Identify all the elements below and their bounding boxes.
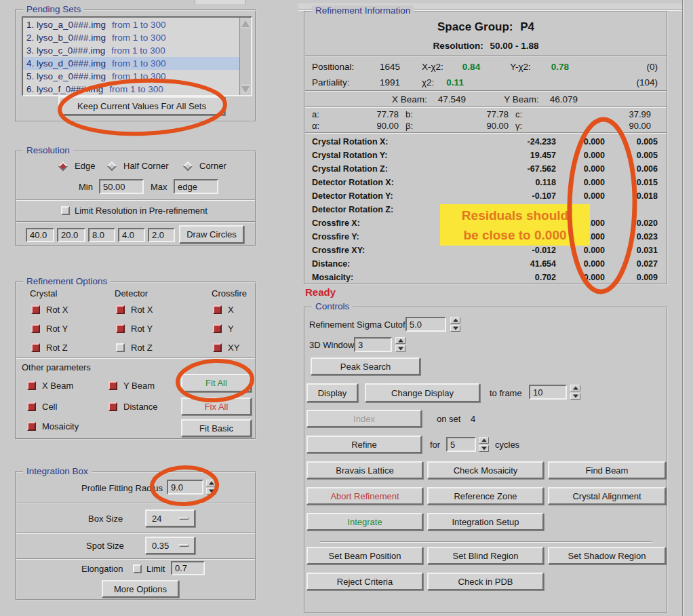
x-beam-checkbox[interactable] — [27, 381, 36, 390]
circle-5-input[interactable] — [148, 228, 175, 242]
refinement-information-title: Refinement Information — [312, 5, 414, 16]
check-mosaicity-button[interactable]: Check Mosaicity — [427, 461, 544, 479]
scroll-down-icon[interactable] — [241, 84, 250, 94]
detector-rot-y-checkbox[interactable] — [116, 324, 125, 333]
list-item[interactable]: 3. lyso_c_0###.imgfrom 1 to 300 — [23, 44, 239, 57]
spin-up-icon[interactable] — [395, 337, 405, 344]
positional-label: Positional: — [312, 62, 369, 72]
reject-criteria-button[interactable]: Reject Criteria — [306, 573, 423, 590]
limit-resolution-checkbox[interactable] — [61, 206, 70, 215]
draw-circles-button[interactable]: Draw Circles — [179, 225, 244, 244]
profile-radius-spinner[interactable] — [206, 480, 216, 495]
circle-2-input[interactable] — [57, 228, 85, 242]
crystal-alignment-button[interactable]: Crystal Alignment — [548, 487, 666, 505]
crossfire-y-checkbox[interactable] — [213, 324, 222, 333]
list-item[interactable]: 6. lyso_f_0###.imgfrom 1 to 300 — [23, 83, 239, 95]
elongation-limit-input[interactable] — [171, 561, 205, 575]
half-corner-radio[interactable] — [107, 161, 117, 171]
list-item[interactable]: 2. lyso_b_0###.imgfrom 1 to 300 — [23, 31, 239, 44]
refinement-options-title: Refinement Options — [23, 276, 111, 286]
abort-refinement-button[interactable]: Abort Refinement — [306, 487, 423, 505]
more-options-button[interactable]: More Options — [102, 580, 179, 598]
3d-window-spinner[interactable] — [395, 337, 405, 352]
spin-up-icon[interactable] — [450, 317, 460, 324]
to-frame-input[interactable] — [529, 385, 567, 400]
cycles-spinner[interactable] — [479, 437, 489, 452]
pending-sets-list[interactable]: 1. lyso_a_0###.imgfrom 1 to 300 2. lyso_… — [22, 16, 252, 96]
3d-window-label: 3D Window — [309, 340, 354, 350]
param-sigma: 0.031 — [605, 246, 658, 255]
cell-checkbox[interactable] — [27, 402, 36, 411]
list-item[interactable]: 1. lyso_a_0###.imgfrom 1 to 300 — [23, 18, 239, 31]
spin-down-icon[interactable] — [479, 445, 489, 452]
cycles-input[interactable] — [446, 437, 476, 452]
spot-size-dropdown[interactable]: 0.35 — [145, 537, 195, 554]
change-display-button[interactable]: Change Display — [365, 383, 480, 402]
box-size-dropdown[interactable]: 24 — [145, 509, 195, 527]
set-blind-region-button[interactable]: Set Blind Region — [427, 547, 544, 564]
scroll-up-icon[interactable] — [241, 18, 250, 28]
crystal-rot-y-checkbox[interactable] — [31, 324, 40, 333]
for-label: for — [430, 440, 440, 450]
peak-search-button[interactable]: Peak Search — [311, 358, 420, 375]
edge-radio[interactable] — [58, 161, 68, 171]
spin-up-icon[interactable] — [570, 385, 580, 391]
corner-radio-label: Corner — [199, 161, 226, 171]
chi2-label: χ2: — [422, 77, 434, 88]
crossfire-x-checkbox[interactable] — [213, 305, 222, 314]
index-button[interactable]: Index — [306, 410, 422, 427]
y-beam-checkbox[interactable] — [108, 381, 117, 390]
to-frame-spinner[interactable] — [570, 385, 580, 400]
list-scrollbar[interactable] — [239, 18, 251, 95]
crystal-rot-x-checkbox[interactable] — [31, 305, 40, 314]
spin-down-icon[interactable] — [450, 325, 460, 332]
circle-1-input[interactable] — [26, 228, 54, 242]
param-sigma: 0.005 — [605, 151, 658, 160]
integrate-button[interactable]: Integrate — [306, 513, 423, 531]
distance-checkbox[interactable] — [108, 402, 117, 411]
detector-rot-x-checkbox[interactable] — [116, 305, 125, 314]
profile-fitting-radius-input[interactable] — [167, 480, 203, 495]
3d-window-input[interactable] — [354, 337, 392, 352]
elongation-checkbox[interactable] — [133, 564, 142, 573]
corner-radio[interactable] — [183, 161, 193, 171]
box-size-value: 24 — [152, 514, 161, 524]
spin-down-icon[interactable] — [570, 393, 580, 400]
spin-down-icon[interactable] — [206, 488, 216, 495]
spin-up-icon[interactable] — [479, 437, 489, 444]
circle-3-input[interactable] — [88, 228, 115, 242]
set-beam-position-button[interactable]: Set Beam Position — [306, 547, 423, 564]
reference-zone-button[interactable]: Reference Zone — [427, 487, 544, 505]
bravais-lattice-button[interactable]: Bravais Lattice — [306, 461, 423, 479]
check-in-pdb-button[interactable]: Check in PDB — [427, 573, 544, 590]
sigma-cutoff-spinner[interactable] — [450, 317, 460, 332]
integration-box-group: Integration Box Profile Fitting Radius B… — [15, 471, 256, 600]
fit-all-button[interactable]: Fit All — [181, 374, 252, 392]
fix-all-button[interactable]: Fix All — [181, 398, 252, 415]
integration-setup-button[interactable]: Integration Setup — [427, 513, 544, 531]
y-beam-position-value: 46.079 — [550, 94, 578, 104]
spin-down-icon[interactable] — [395, 345, 405, 352]
on-set-label: on set — [437, 414, 460, 424]
set-shadow-region-button[interactable]: Set Shadow Region — [548, 547, 666, 564]
crossfire-xy-label: XY — [228, 343, 239, 353]
cell-label: Cell — [42, 402, 57, 412]
min-resolution-input[interactable] — [99, 179, 144, 194]
list-item-selected[interactable]: 4. lyso_d_0###.imgfrom 1 to 300 — [23, 57, 239, 70]
crystal-rot-z-checkbox[interactable] — [31, 343, 40, 352]
find-beam-button[interactable]: Find Beam — [548, 461, 666, 479]
keep-current-values-button[interactable]: Keep Current Values For All Sets — [58, 96, 225, 115]
crossfire-xy-checkbox[interactable] — [213, 343, 222, 352]
box-size-label: Box Size — [88, 514, 123, 524]
circle-4-input[interactable] — [118, 228, 145, 242]
list-item[interactable]: 5. lyso_e_0###.imgfrom 1 to 300 — [23, 70, 239, 83]
display-button[interactable]: Display — [306, 383, 358, 402]
cell-b-label: b: — [399, 109, 422, 119]
spin-up-icon[interactable] — [206, 480, 216, 486]
mosaicity-checkbox[interactable] — [27, 422, 36, 431]
detector-rot-z-checkbox[interactable] — [116, 343, 125, 352]
max-resolution-input[interactable] — [174, 179, 218, 194]
refine-button[interactable]: Refine — [306, 436, 422, 453]
sigma-cutoff-input[interactable] — [405, 317, 446, 332]
fit-basic-button[interactable]: Fit Basic — [181, 419, 252, 437]
